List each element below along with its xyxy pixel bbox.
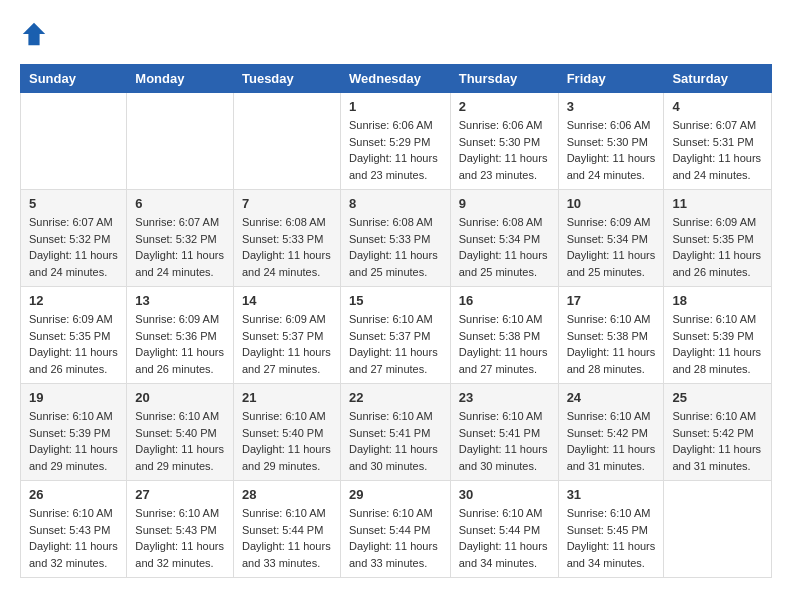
day-info: Sunrise: 6:06 AMSunset: 5:30 PMDaylight:… — [567, 117, 656, 183]
day-number: 23 — [459, 390, 550, 405]
day-info: Sunrise: 6:09 AMSunset: 5:34 PMDaylight:… — [567, 214, 656, 280]
calendar-table: SundayMondayTuesdayWednesdayThursdayFrid… — [20, 64, 772, 578]
day-number: 9 — [459, 196, 550, 211]
calendar-cell — [233, 93, 340, 190]
day-info: Sunrise: 6:06 AMSunset: 5:30 PMDaylight:… — [459, 117, 550, 183]
day-info: Sunrise: 6:09 AMSunset: 5:35 PMDaylight:… — [29, 311, 118, 377]
day-number: 11 — [672, 196, 763, 211]
weekday-header-wednesday: Wednesday — [340, 65, 450, 93]
day-info: Sunrise: 6:10 AMSunset: 5:38 PMDaylight:… — [567, 311, 656, 377]
day-info: Sunrise: 6:10 AMSunset: 5:40 PMDaylight:… — [242, 408, 332, 474]
calendar-cell: 30Sunrise: 6:10 AMSunset: 5:44 PMDayligh… — [450, 481, 558, 578]
weekday-header-friday: Friday — [558, 65, 664, 93]
day-number: 29 — [349, 487, 442, 502]
calendar-cell: 18Sunrise: 6:10 AMSunset: 5:39 PMDayligh… — [664, 287, 772, 384]
day-info: Sunrise: 6:08 AMSunset: 5:34 PMDaylight:… — [459, 214, 550, 280]
day-info: Sunrise: 6:09 AMSunset: 5:36 PMDaylight:… — [135, 311, 225, 377]
calendar-cell: 9Sunrise: 6:08 AMSunset: 5:34 PMDaylight… — [450, 190, 558, 287]
day-number: 28 — [242, 487, 332, 502]
day-number: 10 — [567, 196, 656, 211]
weekday-header-thursday: Thursday — [450, 65, 558, 93]
day-info: Sunrise: 6:08 AMSunset: 5:33 PMDaylight:… — [349, 214, 442, 280]
calendar-cell: 20Sunrise: 6:10 AMSunset: 5:40 PMDayligh… — [127, 384, 234, 481]
day-number: 19 — [29, 390, 118, 405]
calendar-cell: 12Sunrise: 6:09 AMSunset: 5:35 PMDayligh… — [21, 287, 127, 384]
calendar-cell — [664, 481, 772, 578]
calendar-cell: 24Sunrise: 6:10 AMSunset: 5:42 PMDayligh… — [558, 384, 664, 481]
day-info: Sunrise: 6:10 AMSunset: 5:37 PMDaylight:… — [349, 311, 442, 377]
calendar-cell: 8Sunrise: 6:08 AMSunset: 5:33 PMDaylight… — [340, 190, 450, 287]
day-number: 14 — [242, 293, 332, 308]
calendar-cell: 13Sunrise: 6:09 AMSunset: 5:36 PMDayligh… — [127, 287, 234, 384]
calendar-cell: 11Sunrise: 6:09 AMSunset: 5:35 PMDayligh… — [664, 190, 772, 287]
day-number: 12 — [29, 293, 118, 308]
day-info: Sunrise: 6:10 AMSunset: 5:38 PMDaylight:… — [459, 311, 550, 377]
day-info: Sunrise: 6:10 AMSunset: 5:39 PMDaylight:… — [672, 311, 763, 377]
day-number: 24 — [567, 390, 656, 405]
day-number: 20 — [135, 390, 225, 405]
day-info: Sunrise: 6:10 AMSunset: 5:43 PMDaylight:… — [29, 505, 118, 571]
day-info: Sunrise: 6:07 AMSunset: 5:32 PMDaylight:… — [29, 214, 118, 280]
day-number: 3 — [567, 99, 656, 114]
weekday-header-row: SundayMondayTuesdayWednesdayThursdayFrid… — [21, 65, 772, 93]
calendar-week-row: 12Sunrise: 6:09 AMSunset: 5:35 PMDayligh… — [21, 287, 772, 384]
calendar-cell: 19Sunrise: 6:10 AMSunset: 5:39 PMDayligh… — [21, 384, 127, 481]
day-number: 1 — [349, 99, 442, 114]
day-info: Sunrise: 6:10 AMSunset: 5:41 PMDaylight:… — [459, 408, 550, 474]
svg-marker-0 — [23, 23, 45, 45]
day-number: 4 — [672, 99, 763, 114]
weekday-header-saturday: Saturday — [664, 65, 772, 93]
day-number: 26 — [29, 487, 118, 502]
day-info: Sunrise: 6:10 AMSunset: 5:42 PMDaylight:… — [567, 408, 656, 474]
calendar-cell: 3Sunrise: 6:06 AMSunset: 5:30 PMDaylight… — [558, 93, 664, 190]
day-info: Sunrise: 6:07 AMSunset: 5:32 PMDaylight:… — [135, 214, 225, 280]
calendar-cell: 2Sunrise: 6:06 AMSunset: 5:30 PMDaylight… — [450, 93, 558, 190]
day-info: Sunrise: 6:09 AMSunset: 5:37 PMDaylight:… — [242, 311, 332, 377]
calendar-week-row: 1Sunrise: 6:06 AMSunset: 5:29 PMDaylight… — [21, 93, 772, 190]
day-number: 30 — [459, 487, 550, 502]
day-number: 31 — [567, 487, 656, 502]
calendar-cell: 27Sunrise: 6:10 AMSunset: 5:43 PMDayligh… — [127, 481, 234, 578]
calendar-week-row: 5Sunrise: 6:07 AMSunset: 5:32 PMDaylight… — [21, 190, 772, 287]
calendar-cell: 16Sunrise: 6:10 AMSunset: 5:38 PMDayligh… — [450, 287, 558, 384]
calendar-cell: 21Sunrise: 6:10 AMSunset: 5:40 PMDayligh… — [233, 384, 340, 481]
calendar-cell: 7Sunrise: 6:08 AMSunset: 5:33 PMDaylight… — [233, 190, 340, 287]
day-info: Sunrise: 6:10 AMSunset: 5:39 PMDaylight:… — [29, 408, 118, 474]
calendar-cell: 26Sunrise: 6:10 AMSunset: 5:43 PMDayligh… — [21, 481, 127, 578]
day-info: Sunrise: 6:07 AMSunset: 5:31 PMDaylight:… — [672, 117, 763, 183]
day-info: Sunrise: 6:06 AMSunset: 5:29 PMDaylight:… — [349, 117, 442, 183]
weekday-header-sunday: Sunday — [21, 65, 127, 93]
day-number: 21 — [242, 390, 332, 405]
day-info: Sunrise: 6:10 AMSunset: 5:43 PMDaylight:… — [135, 505, 225, 571]
calendar-cell: 29Sunrise: 6:10 AMSunset: 5:44 PMDayligh… — [340, 481, 450, 578]
day-info: Sunrise: 6:10 AMSunset: 5:44 PMDaylight:… — [459, 505, 550, 571]
day-number: 22 — [349, 390, 442, 405]
calendar-cell: 25Sunrise: 6:10 AMSunset: 5:42 PMDayligh… — [664, 384, 772, 481]
calendar-cell: 4Sunrise: 6:07 AMSunset: 5:31 PMDaylight… — [664, 93, 772, 190]
day-number: 7 — [242, 196, 332, 211]
calendar-cell: 31Sunrise: 6:10 AMSunset: 5:45 PMDayligh… — [558, 481, 664, 578]
day-number: 16 — [459, 293, 550, 308]
day-info: Sunrise: 6:10 AMSunset: 5:44 PMDaylight:… — [349, 505, 442, 571]
weekday-header-tuesday: Tuesday — [233, 65, 340, 93]
day-number: 27 — [135, 487, 225, 502]
day-info: Sunrise: 6:10 AMSunset: 5:45 PMDaylight:… — [567, 505, 656, 571]
calendar-cell: 10Sunrise: 6:09 AMSunset: 5:34 PMDayligh… — [558, 190, 664, 287]
day-info: Sunrise: 6:10 AMSunset: 5:42 PMDaylight:… — [672, 408, 763, 474]
calendar-week-row: 19Sunrise: 6:10 AMSunset: 5:39 PMDayligh… — [21, 384, 772, 481]
calendar-cell: 17Sunrise: 6:10 AMSunset: 5:38 PMDayligh… — [558, 287, 664, 384]
day-number: 6 — [135, 196, 225, 211]
calendar-cell — [21, 93, 127, 190]
day-number: 8 — [349, 196, 442, 211]
logo — [20, 20, 52, 48]
day-number: 18 — [672, 293, 763, 308]
day-info: Sunrise: 6:10 AMSunset: 5:40 PMDaylight:… — [135, 408, 225, 474]
day-number: 25 — [672, 390, 763, 405]
day-number: 2 — [459, 99, 550, 114]
day-number: 5 — [29, 196, 118, 211]
calendar-cell: 15Sunrise: 6:10 AMSunset: 5:37 PMDayligh… — [340, 287, 450, 384]
day-info: Sunrise: 6:10 AMSunset: 5:41 PMDaylight:… — [349, 408, 442, 474]
day-info: Sunrise: 6:09 AMSunset: 5:35 PMDaylight:… — [672, 214, 763, 280]
day-number: 15 — [349, 293, 442, 308]
calendar-cell: 14Sunrise: 6:09 AMSunset: 5:37 PMDayligh… — [233, 287, 340, 384]
